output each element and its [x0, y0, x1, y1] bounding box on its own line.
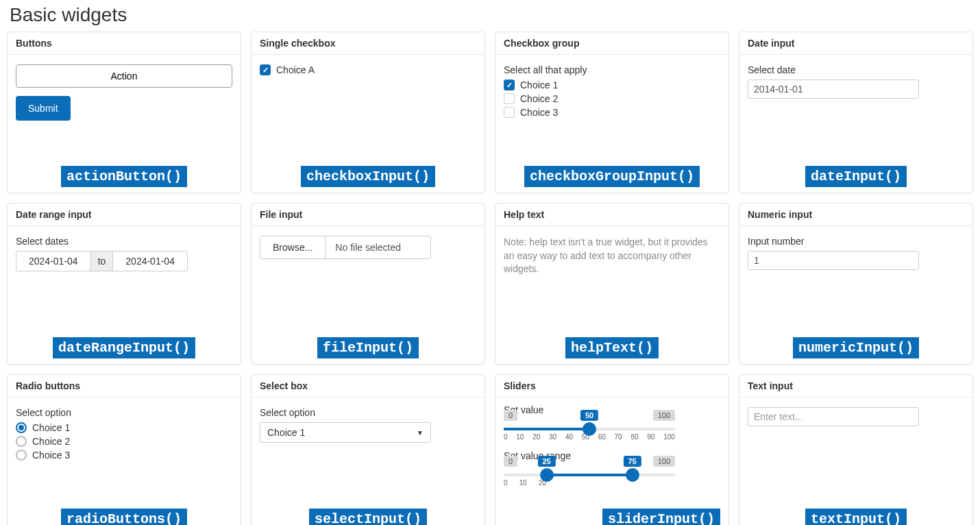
slider-min: 0	[504, 410, 517, 421]
numeric-label: Input number	[748, 236, 964, 247]
file-status: No file selected	[326, 236, 430, 258]
card-header: Date input	[739, 32, 972, 55]
fn-badge: selectInput()	[309, 509, 427, 525]
radio-row[interactable]: Choice 2	[16, 436, 232, 447]
date-range-sep: to	[90, 252, 114, 271]
card-header: Numeric input	[739, 204, 972, 226]
slider-label: Set value	[504, 404, 720, 415]
fn-badge: helpText()	[565, 337, 659, 358]
checkbox-row[interactable]: Choice 2	[504, 93, 720, 104]
card-date-range: Date range input Select dates 2024-01-04…	[7, 203, 241, 365]
slider-min: 0	[504, 456, 517, 467]
group-label: Select all that apply	[504, 64, 720, 75]
radio-option-label: Choice 1	[32, 422, 70, 433]
date-range-label: Select dates	[16, 236, 232, 247]
slider-value-badge: 50	[580, 410, 598, 421]
date-range-input: 2024-01-04 to 2024-01-04	[16, 251, 188, 271]
fn-badge: numericInput()	[793, 337, 919, 358]
checkbox-label: Choice 1	[520, 80, 558, 90]
radio-icon	[16, 436, 27, 447]
slider-handle[interactable]	[583, 422, 596, 436]
card-header: Help text	[495, 204, 728, 226]
card-text-input: Text input textInput()	[739, 374, 973, 525]
date-to-field[interactable]: 2024-01-04	[113, 252, 187, 271]
checkbox-row[interactable]: ✓ Choice A	[260, 64, 476, 75]
card-header: Single checkbox	[252, 32, 485, 55]
select-input[interactable]: Choice 1 ▼	[260, 422, 431, 443]
checkbox-row[interactable]: Choice 3	[504, 107, 720, 118]
card-numeric-input: Numeric input Input number numericInput(…	[739, 203, 973, 365]
date-from-field[interactable]: 2024-01-04	[16, 252, 90, 271]
card-date-input: Date input Select date dateInput()	[739, 32, 973, 193]
slider-range-label: Set value range	[504, 450, 720, 461]
card-header: Date range input	[8, 204, 241, 226]
radio-option-label: Choice 2	[32, 436, 70, 447]
text-field[interactable]	[748, 407, 919, 426]
card-header: Select box	[252, 375, 485, 398]
card-header: Text input	[739, 375, 972, 398]
slider-hi-badge: 75	[623, 456, 641, 467]
card-select-box: Select box Select option Choice 1 ▼ sele…	[251, 374, 485, 525]
radio-icon	[16, 450, 27, 461]
slider-range[interactable]: 0 25 75 100 01020	[504, 474, 675, 487]
card-checkbox-group: Checkbox group Select all that apply ✓ C…	[495, 32, 729, 193]
checkbox-icon	[504, 107, 515, 118]
card-help-text: Help text Note: help text isn't a true w…	[495, 203, 729, 365]
slider-lo-badge: 25	[537, 456, 555, 467]
fn-badge: textInput()	[805, 509, 907, 525]
slider-max: 100	[653, 410, 675, 421]
numeric-field[interactable]	[748, 251, 919, 270]
date-field[interactable]	[748, 80, 919, 99]
card-header: Buttons	[8, 32, 241, 55]
card-radio-buttons: Radio buttons Select option Choice 1 Cho…	[7, 374, 241, 525]
fn-badge: actionButton()	[61, 166, 187, 187]
checkbox-icon: ✓	[260, 64, 271, 75]
browse-button[interactable]: Browse...	[260, 236, 326, 258]
checkbox-label: Choice 2	[520, 93, 558, 104]
file-input: Browse... No file selected	[260, 236, 431, 259]
checkbox-label: Choice 3	[520, 107, 558, 118]
page-title: Basic widgets	[10, 4, 973, 26]
action-button[interactable]: Action	[16, 64, 232, 88]
caret-down-icon: ▼	[417, 429, 424, 437]
fn-badge: checkboxGroupInput()	[524, 166, 700, 187]
slider-ticks: 01020	[504, 479, 675, 487]
fn-badge: dateInput()	[805, 166, 907, 187]
select-label: Select option	[260, 407, 476, 418]
card-header: Sliders	[495, 375, 728, 398]
card-single-checkbox: Single checkbox ✓ Choice A checkboxInput…	[251, 32, 485, 193]
checkbox-label: Choice A	[276, 64, 315, 75]
radio-option-label: Choice 3	[32, 450, 70, 461]
radio-icon	[16, 422, 27, 433]
fn-badge: dateRangeInput()	[53, 337, 195, 358]
select-value: Choice 1	[267, 427, 305, 438]
card-header: Radio buttons	[8, 375, 241, 398]
radio-row[interactable]: Choice 1	[16, 422, 232, 433]
checkbox-icon	[504, 93, 515, 104]
fn-badge: sliderInput()	[602, 509, 720, 525]
card-file-input: File input Browse... No file selected fi…	[251, 203, 485, 365]
card-header: File input	[252, 204, 485, 226]
radio-label: Select option	[16, 407, 232, 418]
fn-badge: fileInput()	[317, 337, 419, 358]
help-text-block: Note: help text isn't a true widget, but…	[504, 236, 720, 276]
slider-max: 100	[653, 456, 675, 467]
widget-grid: Buttons Action Submit actionButton() Sin…	[7, 32, 973, 525]
card-buttons: Buttons Action Submit actionButton()	[7, 32, 241, 193]
slider-handle-lo[interactable]	[540, 468, 554, 482]
fn-badge: radioButtons()	[61, 509, 187, 525]
radio-row[interactable]: Choice 3	[16, 450, 232, 461]
card-sliders: Sliders Set value 0 50 100 0102030405060…	[495, 374, 729, 525]
checkbox-row[interactable]: ✓ Choice 1	[504, 80, 720, 90]
fn-badge: checkboxInput()	[301, 166, 435, 187]
card-header: Checkbox group	[495, 32, 728, 55]
checkbox-icon: ✓	[504, 80, 515, 90]
slider-handle-hi[interactable]	[626, 468, 639, 482]
submit-button[interactable]: Submit	[16, 96, 71, 121]
date-label: Select date	[748, 64, 964, 75]
slider-single[interactable]: 0 50 100 0102030405060708090100	[504, 428, 675, 441]
